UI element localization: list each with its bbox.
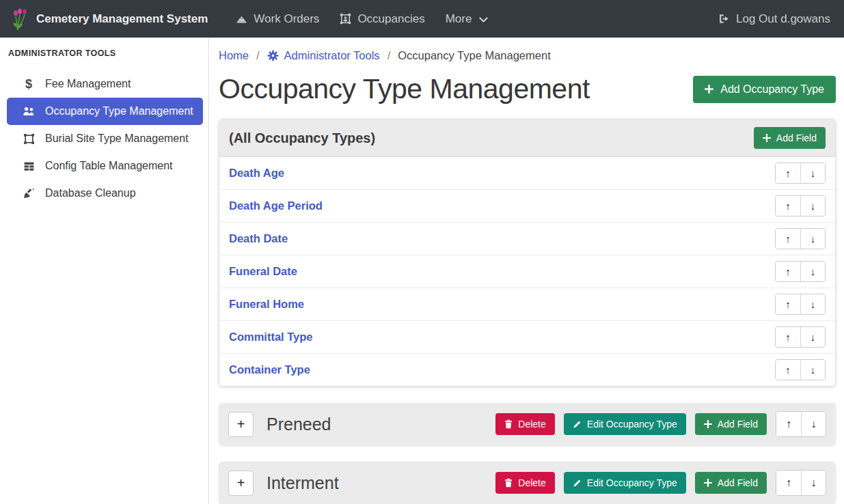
app-title: Cemetery Management System xyxy=(36,12,208,26)
section-add-field-button[interactable]: Add Field xyxy=(695,472,767,494)
move-down-button[interactable]: ↓ xyxy=(800,163,825,183)
down-arrow-icon: ↓ xyxy=(811,233,816,244)
section-reorder-group: ↑ ↓ xyxy=(776,411,826,437)
down-arrow-icon: ↓ xyxy=(811,167,816,179)
move-up-button[interactable]: ↑ xyxy=(776,412,801,436)
move-down-button[interactable]: ↓ xyxy=(800,327,825,347)
move-up-button[interactable]: ↑ xyxy=(776,360,800,380)
field-link[interactable]: Funeral Date xyxy=(229,265,297,278)
move-up-button[interactable]: ↑ xyxy=(776,471,801,495)
breadcrumb-admin-tools-link[interactable]: Administrator Tools xyxy=(267,49,380,62)
sidebar-item-database-cleanup[interactable]: Database Cleanup xyxy=(7,180,203,207)
field-link[interactable]: Funeral Home xyxy=(229,298,304,311)
delete-occupancy-type-button[interactable]: Delete xyxy=(495,413,554,435)
nav-more[interactable]: More xyxy=(446,12,489,26)
expand-plus-icon: + xyxy=(237,475,245,491)
move-down-button[interactable]: ↓ xyxy=(800,196,825,216)
field-row: Funeral Home ↑ ↓ xyxy=(219,288,835,320)
trash-icon xyxy=(504,419,513,429)
logout-label: Log Out d.gowans xyxy=(736,12,830,26)
move-up-button[interactable]: ↑ xyxy=(776,229,800,249)
move-down-button[interactable]: ↓ xyxy=(800,262,825,281)
move-up-button[interactable]: ↑ xyxy=(776,294,800,314)
move-down-button[interactable]: ↓ xyxy=(800,360,825,380)
nav-occupancies-label: Occupancies xyxy=(357,12,424,26)
move-up-button[interactable]: ↑ xyxy=(776,262,800,281)
move-down-button[interactable]: ↓ xyxy=(800,294,825,314)
app-brand[interactable]: Cemetery Management System xyxy=(11,8,208,31)
down-arrow-icon: ↓ xyxy=(811,331,816,343)
nav-more-label: More xyxy=(446,12,472,26)
nav-occupancies[interactable]: Occupancies xyxy=(340,12,424,26)
breadcrumb-separator: / xyxy=(256,49,260,62)
up-arrow-icon: ↑ xyxy=(785,298,791,310)
expand-section-button[interactable]: + xyxy=(228,412,254,437)
breadcrumb-current: Occupancy Type Management xyxy=(398,49,551,62)
field-row: Death Date ↑ ↓ xyxy=(219,222,835,255)
field-reorder-group: ↑ ↓ xyxy=(775,195,826,216)
move-down-button[interactable]: ↓ xyxy=(801,412,826,436)
hard-hat-icon xyxy=(236,13,247,25)
field-link[interactable]: Death Age Period xyxy=(229,199,323,212)
field-link[interactable]: Container Type xyxy=(229,363,310,376)
plus-icon xyxy=(704,420,712,428)
add-occupancy-type-button[interactable]: Add Occupancy Type xyxy=(693,76,836,103)
up-arrow-icon: ↑ xyxy=(786,477,791,489)
section-add-field-button[interactable]: Add Field xyxy=(695,413,767,435)
move-up-button[interactable]: ↑ xyxy=(776,327,800,347)
add-occupancy-type-label: Add Occupancy Type xyxy=(720,83,824,96)
up-arrow-icon: ↑ xyxy=(785,167,791,179)
expand-plus-icon: + xyxy=(237,417,245,432)
sidebar-item-occupancy-type-management[interactable]: Occupancy Type Management xyxy=(7,98,203,125)
edit-label: Edit Occupancy Type xyxy=(587,477,677,488)
sidebar-item-label: Occupancy Type Management xyxy=(45,105,193,117)
field-link[interactable]: Death Age xyxy=(229,167,284,180)
move-down-button[interactable]: ↓ xyxy=(801,471,826,495)
section-reorder-group: ↑ ↓ xyxy=(776,470,826,496)
plus-icon xyxy=(763,134,771,142)
breadcrumb-home-label: Home xyxy=(219,49,249,62)
sidebar-item-config-table-management[interactable]: Config Table Management xyxy=(7,152,203,180)
breadcrumb-home-link[interactable]: Home xyxy=(219,49,249,62)
breadcrumb: Home / xyxy=(219,49,836,62)
logout-link[interactable]: Log Out d.gowans xyxy=(718,12,830,26)
field-row: Funeral Date ↑ ↓ xyxy=(219,255,835,288)
delete-occupancy-type-button[interactable]: Delete xyxy=(495,472,554,494)
sidebar-item-fee-management[interactable]: $ Fee Management xyxy=(7,70,203,98)
field-link[interactable]: Committal Type xyxy=(229,331,313,344)
panel-add-field-button[interactable]: Add Field xyxy=(754,127,826,149)
down-arrow-icon: ↓ xyxy=(811,200,816,212)
move-up-button[interactable]: ↑ xyxy=(776,163,800,183)
field-link[interactable]: Death Date xyxy=(229,232,288,245)
sidebar-item-label: Burial Site Type Management xyxy=(45,132,189,145)
section-list: + Preneed Delete Edit xyxy=(219,403,836,504)
move-up-button[interactable]: ↑ xyxy=(776,196,800,216)
field-reorder-group: ↑ ↓ xyxy=(775,261,826,282)
breadcrumb-admin-tools-label: Administrator Tools xyxy=(284,49,380,62)
edit-occupancy-type-button[interactable]: Edit Occupancy Type xyxy=(564,413,686,435)
up-arrow-icon: ↑ xyxy=(785,364,791,376)
sidebar: ADMINISTRATOR TOOLS $ Fee Management Occ… xyxy=(0,38,209,504)
breadcrumb-separator: / xyxy=(387,49,391,62)
nav-work-orders[interactable]: Work Orders xyxy=(236,12,319,26)
down-arrow-icon: ↓ xyxy=(811,298,816,310)
expand-section-button[interactable]: + xyxy=(228,471,254,496)
up-arrow-icon: ↑ xyxy=(785,266,791,277)
trash-icon xyxy=(504,478,513,488)
panel-add-field-label: Add Field xyxy=(776,132,817,143)
sidebar-heading: ADMINISTRATOR TOOLS xyxy=(8,48,208,58)
occupant-frame-icon xyxy=(340,13,351,25)
sidebar-item-burial-site-type-management[interactable]: Burial Site Type Management xyxy=(7,125,203,152)
panel-title: (All Occupancy Types) xyxy=(229,130,375,146)
field-reorder-group: ↑ ↓ xyxy=(775,326,826,348)
plus-icon xyxy=(704,479,712,487)
users-icon xyxy=(21,107,36,117)
down-arrow-icon: ↓ xyxy=(811,418,817,430)
edit-occupancy-type-button[interactable]: Edit Occupancy Type xyxy=(564,472,686,494)
pencil-icon xyxy=(573,420,582,429)
broom-icon xyxy=(21,188,36,199)
section-title: Preneed xyxy=(267,415,331,434)
page-title: Occupancy Type Management xyxy=(219,73,590,105)
move-down-button[interactable]: ↓ xyxy=(800,229,825,249)
main-layout: ADMINISTRATOR TOOLS $ Fee Management Occ… xyxy=(0,38,844,504)
